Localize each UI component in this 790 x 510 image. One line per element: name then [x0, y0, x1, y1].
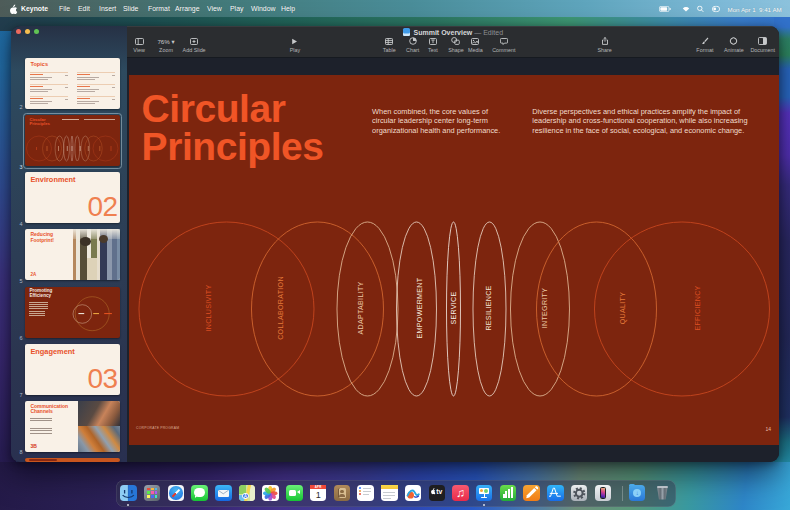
svg-text:tv: tv: [436, 488, 442, 495]
